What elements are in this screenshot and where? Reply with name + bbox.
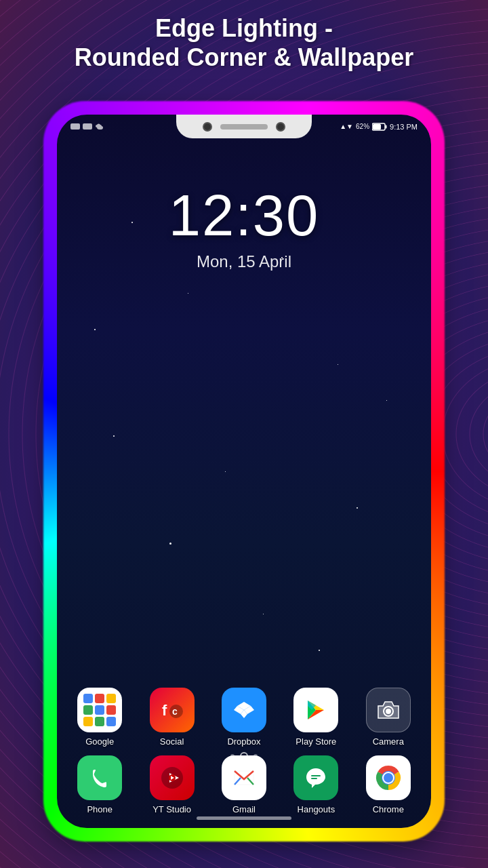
app-item-social[interactable]: f c Social [142,688,203,747]
battery-icon [372,123,387,131]
sim-icon [83,123,92,130]
front-camera-left [203,122,212,132]
app-icon-dropbox[interactable] [222,688,266,732]
app-label-playstore: Play Store [296,736,336,747]
svg-rect-4 [373,124,381,130]
dock-icon-chrome[interactable] [366,755,411,800]
front-camera-right [276,122,285,132]
app-icon-google[interactable] [77,688,122,732]
dock-item-ytstudio[interactable]: YT Studio [142,755,203,814]
dock-label-phone: Phone [87,804,113,814]
svg-rect-1 [83,123,92,130]
phone-notch [176,115,312,138]
app-icon-camera[interactable] [366,688,411,732]
earpiece-speaker [220,124,268,130]
clock-time: 12:30 [57,182,431,249]
signal-bars: ▲▼ [340,123,353,130]
page-title: Edge Lighting - Rounded Corner & Wallpap… [0,14,488,72]
app-icon-playstore[interactable] [293,688,338,732]
svg-point-18 [386,709,391,714]
svg-point-31 [384,773,393,783]
dock: Phone YT Studio [57,755,431,814]
dock-item-phone[interactable]: Phone [69,755,130,814]
app-label-google: Google [85,736,114,747]
dock-item-gmail[interactable]: Gmail [214,755,274,814]
app-grid: Google f c Social [57,688,431,747]
app-item-playstore[interactable]: Play Store [285,688,346,747]
app-label-social: Social [160,736,184,747]
svg-rect-3 [386,125,387,128]
dock-label-ytstudio: YT Studio [152,804,191,814]
dock-item-hangouts[interactable]: Hangouts [285,755,346,814]
status-right: ▲▼ 62% 9:13 PM [340,123,418,131]
dock-icon-gmail[interactable] [222,755,266,800]
phone-screen: ▲▼ 62% 9:13 PM 12:30 Mon, 15 April [57,115,431,828]
dock-icon-phone[interactable] [77,755,122,800]
status-left-icons [70,123,104,130]
dock-label-gmail: Gmail [232,804,256,814]
notification-icon [70,123,80,130]
app-label-camera: Camera [373,736,404,747]
app-item-camera[interactable]: Camera [358,688,419,747]
clock-date: Mon, 15 April [57,252,431,271]
app-icon-social[interactable]: f c [150,688,195,732]
svg-rect-26 [311,775,321,776]
cloud-icon [95,123,104,130]
dock-icon-hangouts[interactable] [293,755,338,800]
svg-text:f: f [162,702,167,719]
clock-container: 12:30 Mon, 15 April [57,182,431,271]
battery-percentage: 62% [356,123,369,130]
svg-text:c: c [172,706,178,717]
app-item-google[interactable]: Google [69,688,130,747]
bottom-nav-bar [197,816,291,820]
app-item-dropbox[interactable]: Dropbox [214,688,274,747]
phone-shell: ▲▼ 62% 9:13 PM 12:30 Mon, 15 April [47,105,441,837]
status-time: 9:13 PM [390,123,418,131]
svg-rect-0 [70,123,80,130]
app-label-dropbox: Dropbox [227,736,260,747]
dock-item-chrome[interactable]: Chrome [358,755,419,814]
dock-label-chrome: Chrome [373,804,404,814]
dock-label-hangouts: Hangouts [298,804,336,814]
dock-icon-ytstudio[interactable] [150,755,195,800]
svg-rect-27 [311,778,317,779]
